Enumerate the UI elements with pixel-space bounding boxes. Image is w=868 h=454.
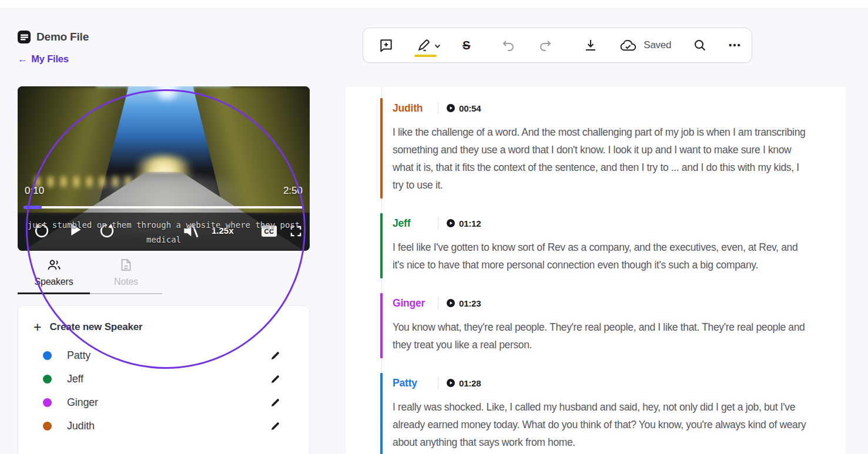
chevron-down-icon: [434, 43, 441, 49]
speaker-color-dot: [43, 422, 52, 431]
header-divider: [438, 102, 438, 114]
block-header: Jeff 01:12: [393, 217, 828, 229]
timestamp-label[interactable]: 01:23: [459, 298, 481, 308]
speaker-color-dot: [43, 398, 52, 407]
speaker-list: Patty Jeff Ginger Ju: [18, 344, 309, 438]
app-window: Demo File ← My Files 0:10 2:50: [0, 0, 868, 454]
timestamp-label[interactable]: 01:28: [459, 378, 481, 388]
play-timestamp-icon[interactable]: [447, 219, 455, 227]
transcript-block-ginger: Ginger 01:23 You know what, they're real…: [393, 297, 828, 354]
tab-notes-label: Notes: [114, 277, 138, 287]
transcript-text[interactable]: I feel like I've gotten to know sort of …: [393, 238, 807, 274]
transcript-block-jeff: Jeff 01:12 I feel like I've gotten to kn…: [393, 217, 828, 274]
block-header: Judith 00:54: [393, 102, 828, 114]
more-options-button[interactable]: •••: [729, 42, 742, 48]
speaker-color-dot: [43, 351, 52, 360]
highlight-color-bar: [414, 55, 437, 57]
save-status: Saved: [619, 38, 671, 52]
timestamp-label[interactable]: 00:54: [459, 103, 481, 113]
speaker-row-patty[interactable]: Patty: [18, 344, 309, 367]
player-time-row: 0:10 2:50: [25, 185, 303, 197]
speaker-name-label[interactable]: Jeff: [393, 217, 438, 230]
speaker-row-jeff[interactable]: Jeff: [18, 367, 309, 391]
speakers-panel: + Create new Speaker Patty Jeff Ginger: [18, 305, 310, 454]
transcript-text[interactable]: I really was shocked. Like, I called my …: [393, 398, 807, 451]
cloud-check-icon: [619, 38, 638, 52]
create-new-speaker-button[interactable]: + Create new Speaker: [18, 306, 309, 333]
speaker-color-bar: [380, 98, 383, 199]
play-timestamp-icon[interactable]: [447, 379, 455, 387]
speaker-name: Patty: [67, 349, 91, 362]
speaker-name: Judith: [67, 420, 95, 432]
edit-pencil-icon[interactable]: [271, 398, 280, 407]
transcript-text[interactable]: I like the challenge of a word. And the …: [393, 123, 807, 194]
undo-button[interactable]: [501, 38, 516, 52]
edit-pencil-icon[interactable]: [271, 351, 280, 360]
speaker-row-ginger[interactable]: Ginger: [18, 391, 309, 414]
player-controls: 1.25x CC just stumbled on them through a…: [18, 213, 310, 251]
document-icon: [18, 31, 31, 43]
back-to-my-files-link[interactable]: ← My Files: [18, 53, 69, 65]
speaker-name-label[interactable]: Patty: [393, 377, 438, 389]
speaker-color-dot: [43, 375, 52, 384]
top-strip: [0, 0, 868, 8]
plus-icon: +: [33, 321, 41, 333]
create-new-speaker-label: Create new Speaker: [49, 321, 142, 333]
speaker-color-bar: [380, 213, 383, 278]
search-button[interactable]: [693, 38, 707, 52]
speaker-name-label[interactable]: Judith: [393, 102, 438, 115]
play-timestamp-icon[interactable]: [447, 104, 455, 112]
strikethrough-button[interactable]: S: [463, 39, 470, 51]
notes-icon: [120, 258, 132, 274]
highlighter-button[interactable]: [415, 38, 441, 53]
duration: 2:50: [283, 185, 303, 197]
current-time: 0:10: [25, 185, 44, 197]
transcript-block-patty: Patty 01:28 I really was shocked. Like, …: [393, 377, 828, 451]
edit-pencil-icon[interactable]: [271, 422, 280, 431]
edit-pencil-icon[interactable]: [271, 375, 280, 384]
insert-comment-button[interactable]: [378, 38, 394, 53]
speakers-icon: [47, 258, 61, 274]
seek-bar-progress: [24, 206, 42, 209]
saved-label: Saved: [644, 39, 671, 51]
transcript-blocks: Judith 00:54 I like the challenge of a w…: [393, 102, 828, 454]
header-divider: [438, 297, 438, 309]
video-player[interactable]: 0:10 2:50: [18, 86, 310, 251]
transcript-block-judith: Judith 00:54 I like the challenge of a w…: [393, 102, 828, 194]
block-header: Patty 01:28: [393, 377, 828, 389]
tab-speakers[interactable]: Speakers: [18, 258, 90, 294]
transcript-panel: Judith 00:54 I like the challenge of a w…: [346, 87, 846, 454]
file-header: Demo File: [18, 31, 89, 43]
timestamp-label[interactable]: 01:12: [459, 218, 481, 228]
play-timestamp-icon[interactable]: [447, 299, 455, 307]
tab-speakers-label: Speakers: [35, 277, 73, 287]
seek-bar[interactable]: [24, 206, 304, 208]
redo-button[interactable]: [538, 38, 553, 52]
tab-notes[interactable]: Notes: [90, 258, 162, 294]
back-link-label: My Files: [31, 53, 69, 65]
editor-toolbar: S Saved: [363, 28, 752, 63]
transcript-text[interactable]: You know what, they're real people. They…: [393, 318, 807, 354]
speaker-row-judith[interactable]: Judith: [18, 414, 309, 438]
speaker-name: Ginger: [67, 396, 98, 409]
sidebar-tabs: Speakers Notes: [18, 258, 163, 294]
download-button[interactable]: [584, 38, 598, 52]
header-divider: [438, 377, 438, 389]
speaker-color-bar: [380, 373, 383, 454]
page-title: Demo File: [36, 31, 89, 43]
block-header: Ginger 01:23: [393, 297, 828, 309]
caption-text: just stumbled on them through a website …: [26, 218, 302, 247]
speaker-color-bar: [380, 293, 383, 358]
speaker-name: Jeff: [67, 373, 83, 385]
header-divider: [438, 217, 438, 229]
back-arrow-icon: ←: [18, 53, 27, 65]
speaker-name-label[interactable]: Ginger: [393, 297, 438, 310]
